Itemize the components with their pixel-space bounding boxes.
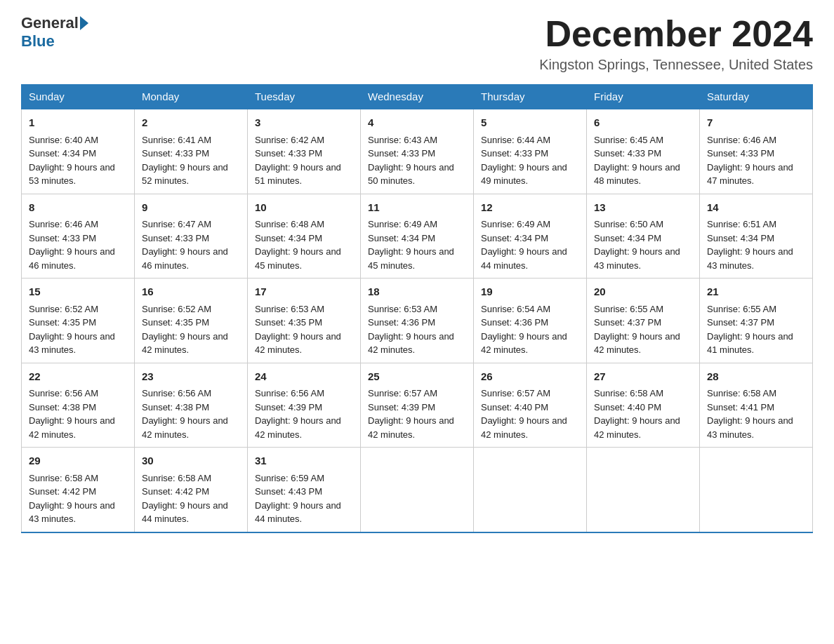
calendar-day-cell: 24Sunrise: 6:56 AMSunset: 4:39 PMDayligh…	[248, 363, 361, 448]
sunset-text: Sunset: 4:33 PM	[142, 232, 240, 246]
calendar-day-cell: 3Sunrise: 6:42 AMSunset: 4:33 PMDaylight…	[248, 109, 361, 194]
daylight-text: Daylight: 9 hours and 47 minutes.	[707, 161, 805, 188]
day-number: 21	[707, 284, 805, 300]
calendar-day-cell	[474, 448, 587, 532]
sunrise-text: Sunrise: 6:43 AM	[368, 133, 466, 147]
daylight-text: Daylight: 9 hours and 52 minutes.	[142, 161, 240, 188]
sunset-text: Sunset: 4:40 PM	[481, 401, 579, 415]
daylight-text: Daylight: 9 hours and 42 minutes.	[29, 414, 127, 441]
calendar-day-cell: 13Sunrise: 6:50 AMSunset: 4:34 PMDayligh…	[587, 194, 700, 279]
day-number: 6	[594, 115, 692, 131]
calendar-day-cell: 16Sunrise: 6:52 AMSunset: 4:35 PMDayligh…	[135, 279, 248, 363]
calendar-header-saturday: Saturday	[700, 85, 813, 109]
calendar-day-cell: 27Sunrise: 6:58 AMSunset: 4:40 PMDayligh…	[587, 363, 700, 448]
daylight-text: Daylight: 9 hours and 53 minutes.	[29, 161, 127, 188]
sunrise-text: Sunrise: 6:53 AM	[255, 302, 353, 316]
day-number: 29	[29, 453, 127, 469]
sunrise-text: Sunrise: 6:44 AM	[481, 133, 579, 147]
day-number: 22	[29, 369, 127, 385]
logo-triangle-icon	[80, 16, 88, 30]
calendar-header-row: SundayMondayTuesdayWednesdayThursdayFrid…	[22, 85, 813, 109]
sunset-text: Sunset: 4:33 PM	[707, 147, 805, 161]
sunset-text: Sunset: 4:37 PM	[594, 316, 692, 330]
sunset-text: Sunset: 4:33 PM	[481, 147, 579, 161]
sunrise-text: Sunrise: 6:47 AM	[142, 217, 240, 232]
calendar-header-thursday: Thursday	[474, 85, 587, 109]
sunrise-text: Sunrise: 6:56 AM	[255, 387, 353, 401]
daylight-text: Daylight: 9 hours and 46 minutes.	[142, 245, 240, 272]
calendar-day-cell: 6Sunrise: 6:45 AMSunset: 4:33 PMDaylight…	[587, 109, 700, 194]
day-number: 12	[481, 200, 579, 216]
sunset-text: Sunset: 4:37 PM	[707, 316, 805, 330]
day-number: 7	[707, 115, 805, 131]
sunrise-text: Sunrise: 6:49 AM	[481, 217, 579, 232]
day-number: 30	[142, 453, 240, 469]
calendar-day-cell: 17Sunrise: 6:53 AMSunset: 4:35 PMDayligh…	[248, 279, 361, 363]
sunrise-text: Sunrise: 6:58 AM	[29, 471, 127, 485]
logo-blue-text: Blue	[21, 32, 55, 51]
daylight-text: Daylight: 9 hours and 42 minutes.	[255, 414, 353, 441]
daylight-text: Daylight: 9 hours and 42 minutes.	[481, 414, 579, 441]
daylight-text: Daylight: 9 hours and 43 minutes.	[29, 330, 127, 357]
sunrise-text: Sunrise: 6:58 AM	[594, 387, 692, 401]
daylight-text: Daylight: 9 hours and 43 minutes.	[29, 499, 127, 526]
calendar-week-row: 8Sunrise: 6:46 AMSunset: 4:33 PMDaylight…	[22, 194, 813, 279]
calendar-day-cell: 31Sunrise: 6:59 AMSunset: 4:43 PMDayligh…	[248, 448, 361, 532]
sunrise-text: Sunrise: 6:54 AM	[481, 302, 579, 316]
calendar-day-cell: 21Sunrise: 6:55 AMSunset: 4:37 PMDayligh…	[700, 279, 813, 363]
logo: General Blue	[21, 14, 90, 51]
day-number: 26	[481, 369, 579, 385]
daylight-text: Daylight: 9 hours and 45 minutes.	[255, 245, 353, 272]
day-number: 15	[29, 284, 127, 300]
daylight-text: Daylight: 9 hours and 42 minutes.	[368, 414, 466, 441]
calendar-header-monday: Monday	[135, 85, 248, 109]
calendar-header-sunday: Sunday	[22, 85, 135, 109]
month-title: December 2024	[539, 14, 813, 54]
sunset-text: Sunset: 4:42 PM	[142, 485, 240, 499]
calendar-day-cell: 19Sunrise: 6:54 AMSunset: 4:36 PMDayligh…	[474, 279, 587, 363]
sunset-text: Sunset: 4:33 PM	[594, 147, 692, 161]
title-block: December 2024 Kingston Springs, Tennesse…	[539, 14, 813, 73]
sunrise-text: Sunrise: 6:59 AM	[255, 471, 353, 485]
sunset-text: Sunset: 4:41 PM	[707, 401, 805, 415]
daylight-text: Daylight: 9 hours and 41 minutes.	[707, 330, 805, 357]
sunset-text: Sunset: 4:33 PM	[29, 232, 127, 246]
sunrise-text: Sunrise: 6:42 AM	[255, 133, 353, 147]
sunset-text: Sunset: 4:36 PM	[368, 316, 466, 330]
sunset-text: Sunset: 4:40 PM	[594, 401, 692, 415]
calendar-day-cell: 22Sunrise: 6:56 AMSunset: 4:38 PMDayligh…	[22, 363, 135, 448]
calendar-week-row: 22Sunrise: 6:56 AMSunset: 4:38 PMDayligh…	[22, 363, 813, 448]
daylight-text: Daylight: 9 hours and 43 minutes.	[594, 245, 692, 272]
sunset-text: Sunset: 4:38 PM	[29, 401, 127, 415]
daylight-text: Daylight: 9 hours and 43 minutes.	[707, 414, 805, 441]
daylight-text: Daylight: 9 hours and 44 minutes.	[255, 499, 353, 526]
sunrise-text: Sunrise: 6:41 AM	[142, 133, 240, 147]
calendar-header-friday: Friday	[587, 85, 700, 109]
sunrise-text: Sunrise: 6:58 AM	[142, 471, 240, 485]
calendar-day-cell: 26Sunrise: 6:57 AMSunset: 4:40 PMDayligh…	[474, 363, 587, 448]
day-number: 23	[142, 369, 240, 385]
sunrise-text: Sunrise: 6:53 AM	[368, 302, 466, 316]
sunrise-text: Sunrise: 6:56 AM	[142, 387, 240, 401]
daylight-text: Daylight: 9 hours and 42 minutes.	[368, 330, 466, 357]
day-number: 24	[255, 369, 353, 385]
sunrise-text: Sunrise: 6:52 AM	[142, 302, 240, 316]
sunrise-text: Sunrise: 6:55 AM	[707, 302, 805, 316]
calendar-day-cell: 5Sunrise: 6:44 AMSunset: 4:33 PMDaylight…	[474, 109, 587, 194]
daylight-text: Daylight: 9 hours and 44 minutes.	[481, 245, 579, 272]
sunrise-text: Sunrise: 6:48 AM	[255, 217, 353, 232]
calendar-day-cell: 8Sunrise: 6:46 AMSunset: 4:33 PMDaylight…	[22, 194, 135, 279]
calendar-header-wednesday: Wednesday	[361, 85, 474, 109]
daylight-text: Daylight: 9 hours and 44 minutes.	[142, 499, 240, 526]
sunrise-text: Sunrise: 6:55 AM	[594, 302, 692, 316]
day-number: 17	[255, 284, 353, 300]
calendar-table: SundayMondayTuesdayWednesdayThursdayFrid…	[21, 84, 813, 533]
sunrise-text: Sunrise: 6:40 AM	[29, 133, 127, 147]
daylight-text: Daylight: 9 hours and 43 minutes.	[707, 245, 805, 272]
day-number: 2	[142, 115, 240, 131]
sunset-text: Sunset: 4:39 PM	[255, 401, 353, 415]
daylight-text: Daylight: 9 hours and 42 minutes.	[594, 330, 692, 357]
location-subtitle: Kingston Springs, Tennessee, United Stat…	[539, 57, 813, 73]
sunset-text: Sunset: 4:33 PM	[255, 147, 353, 161]
sunset-text: Sunset: 4:35 PM	[29, 316, 127, 330]
